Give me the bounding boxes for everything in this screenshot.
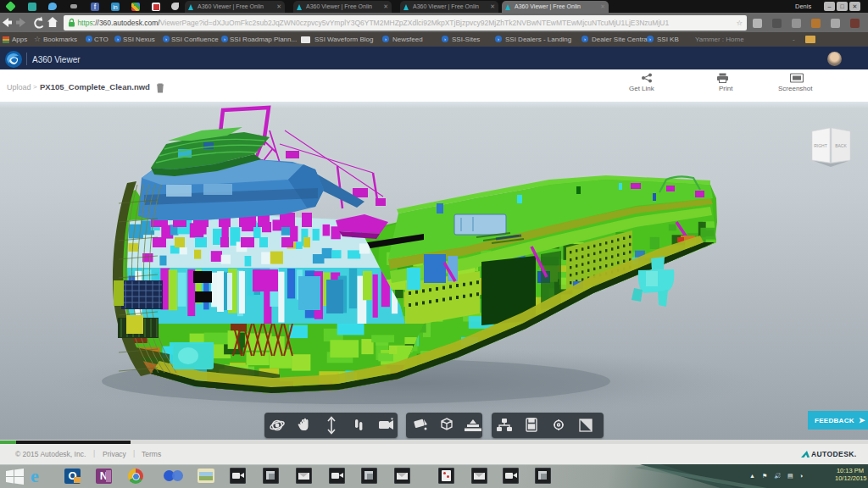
svg-text:BACK: BACK — [835, 143, 847, 148]
svg-text:RIGHT: RIGHT — [814, 143, 827, 148]
